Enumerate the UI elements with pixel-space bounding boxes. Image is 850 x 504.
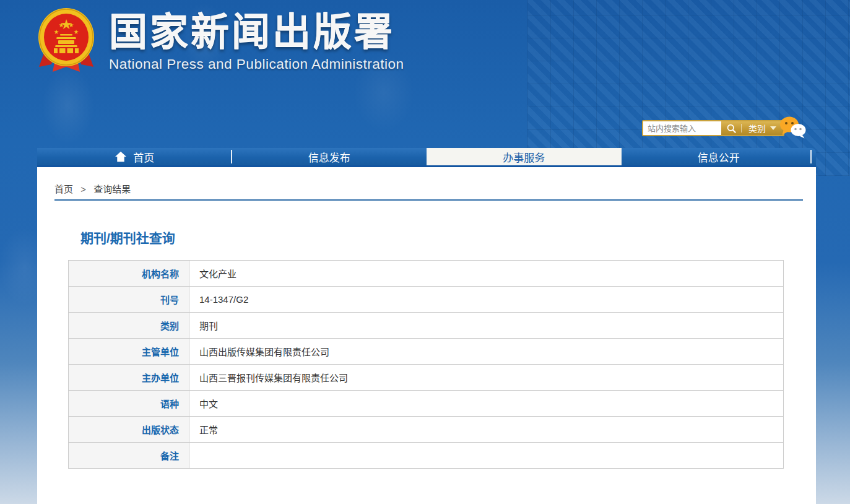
content-panel: 首页 > 查询结果 期刊/期刊社查询 机构名称 文化产业 刊号 14-1347/…: [37, 167, 816, 504]
svg-text:★: ★: [74, 28, 79, 35]
row-label: 备注: [69, 443, 189, 469]
table-row: 机构名称 文化产业: [69, 261, 784, 287]
search-button[interactable]: [721, 121, 741, 135]
row-value: 正常: [189, 417, 784, 443]
breadcrumb-current: 查询结果: [93, 184, 131, 194]
category-dropdown[interactable]: 类别: [742, 121, 783, 135]
nav-item-label: 办事服务: [503, 149, 545, 165]
row-label: 语种: [69, 391, 189, 417]
home-icon: [115, 151, 127, 162]
table-row: 备注: [69, 443, 784, 469]
row-label: 刊号: [69, 287, 189, 313]
row-value: 山西出版传媒集团有限责任公司: [189, 339, 784, 365]
page-title: 期刊/期刊社查询: [80, 228, 175, 246]
svg-text:★: ★: [59, 22, 64, 28]
nav-item-label: 首页: [133, 149, 154, 165]
nav-item-info-disclosure[interactable]: 信息公开: [622, 148, 817, 165]
row-label: 机构名称: [69, 261, 189, 287]
site-masthead: 国家新闻出版署 National Press and Publication A…: [109, 10, 404, 72]
site-search: 类别: [642, 120, 784, 136]
chevron-down-icon: [770, 126, 776, 130]
query-result-table: 机构名称 文化产业 刊号 14-1347/G2 类别 期刊 主管单位 山西出版传…: [68, 260, 784, 469]
wechat-icon: [779, 116, 807, 139]
main-nav: 首页 信息发布 办事服务 信息公开: [37, 148, 816, 167]
svg-text:★: ★: [69, 22, 74, 28]
svg-text:★: ★: [54, 28, 59, 35]
row-value: 中文: [189, 391, 784, 417]
table-row: 主办单位 山西三晋报刊传媒集团有限责任公司: [69, 365, 784, 391]
row-value: 文化产业: [189, 261, 784, 287]
wechat-button[interactable]: [779, 116, 807, 139]
row-label: 主管单位: [69, 339, 189, 365]
breadcrumb-home[interactable]: 首页: [54, 184, 73, 194]
query-table-body: 机构名称 文化产业 刊号 14-1347/G2 类别 期刊 主管单位 山西出版传…: [69, 261, 784, 469]
nav-divider: [810, 150, 812, 163]
table-row: 主管单位 山西出版传媒集团有限责任公司: [69, 339, 784, 365]
npa-query-page: { "header": { "site_title": "国家新闻出版署", "…: [0, 0, 850, 504]
table-row: 出版状态 正常: [69, 417, 784, 443]
table-row: 语种 中文: [69, 391, 784, 417]
row-label: 主办单位: [69, 365, 189, 391]
nav-item-info-release[interactable]: 信息发布: [232, 148, 427, 165]
site-title: 国家新闻出版署: [109, 10, 404, 54]
breadcrumb-rule: [54, 199, 803, 201]
row-value: 14-1347/G2: [189, 287, 784, 313]
table-row: 类别 期刊: [69, 313, 784, 339]
national-emblem: ★ ★ ★ ★ ★: [35, 6, 97, 82]
site-subtitle: National Press and Publication Administr…: [109, 56, 404, 72]
row-value: 期刊: [189, 313, 784, 339]
nav-item-label: 信息发布: [308, 149, 350, 165]
breadcrumb-separator: >: [80, 184, 86, 194]
category-label: 类别: [748, 122, 766, 134]
row-value: [189, 443, 784, 469]
nav-item-services[interactable]: 办事服务: [427, 148, 622, 165]
nav-item-label: 信息公开: [698, 149, 740, 165]
row-label: 类别: [69, 313, 189, 339]
search-icon: [726, 123, 737, 134]
national-emblem-graphic: ★ ★ ★ ★ ★: [35, 6, 97, 82]
row-value: 山西三晋报刊传媒集团有限责任公司: [189, 365, 784, 391]
breadcrumb: 首页 > 查询结果: [54, 182, 131, 195]
table-row: 刊号 14-1347/G2: [69, 287, 784, 313]
row-label: 出版状态: [69, 417, 189, 443]
nav-item-home[interactable]: 首页: [37, 148, 232, 165]
search-input[interactable]: [643, 121, 721, 135]
